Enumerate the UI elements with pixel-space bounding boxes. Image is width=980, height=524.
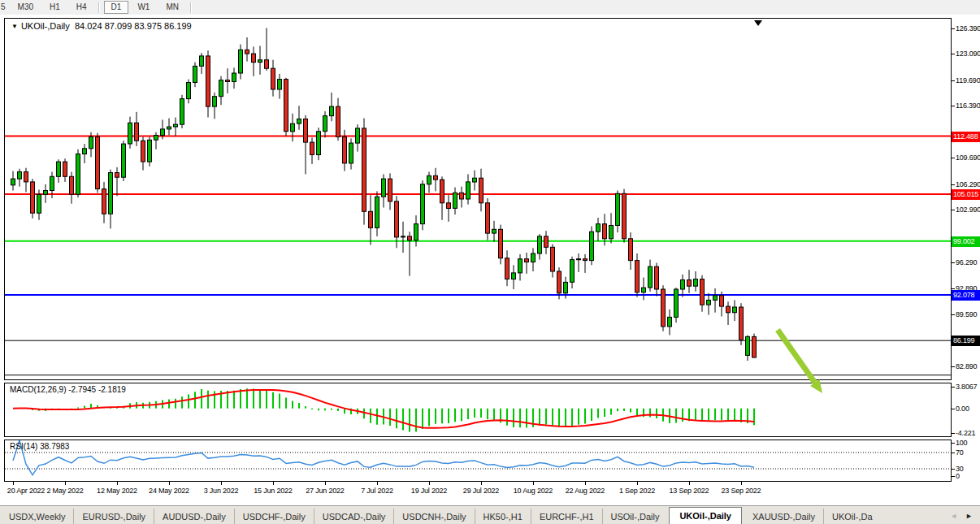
date-tick-mark <box>637 482 638 485</box>
price-level-badge: 112.488 <box>952 132 980 142</box>
price-level-badge: 92.078 <box>952 290 980 301</box>
axis-tick-mark <box>952 106 955 106</box>
rsi-label: RSI(14) 38.7983 <box>10 442 69 451</box>
date-tick-mark <box>689 482 690 485</box>
axis-tick-mark <box>952 476 955 477</box>
tab-usdchf-daily[interactable]: USDCHF-,Daily <box>234 509 314 524</box>
timeframe-button-mn[interactable]: MN <box>158 1 186 14</box>
candlestick-chart <box>5 19 951 379</box>
date-tick-label: 3 Jun 2022 <box>196 487 246 495</box>
tab-scroll-controls: ◄► <box>946 506 980 524</box>
axis-tick-mark <box>952 184 955 185</box>
date-tick-label: 15 Jun 2022 <box>248 487 298 495</box>
date-tick-label: 29 Jul 2022 <box>456 487 506 495</box>
axis-tick-mark <box>952 288 955 289</box>
tab-scroll-right-icon[interactable]: ► <box>961 512 977 520</box>
price-tick-label: 82.890 <box>956 362 977 371</box>
timeframe-button-5[interactable]: 5 <box>1 1 9 14</box>
date-tick-label: 23 Sep 2022 <box>716 487 766 495</box>
tab-ukoil-daily[interactable]: UKOil-,Daily <box>669 507 742 524</box>
price-tick-label: 100 <box>956 439 967 448</box>
tab-usdcad-daily[interactable]: USDCAD-,Daily <box>314 509 394 524</box>
tab-hk50-h1[interactable]: HK50-,H1 <box>475 509 531 524</box>
timeframe-button-h4[interactable]: H4 <box>69 1 94 14</box>
tab-usdx-weekly[interactable]: USDX,Weekly <box>0 509 73 524</box>
axis-tick-mark <box>952 158 955 158</box>
toolbar-separator <box>190 2 192 13</box>
date-axis: 20 Apr 20222 May 202212 May 202224 May 2… <box>4 482 952 503</box>
tab-audusd-daily[interactable]: AUDUSD-,Daily <box>154 509 234 524</box>
date-tick-mark <box>741 482 742 485</box>
date-tick-mark <box>533 482 534 485</box>
price-level-badge: 99.002 <box>952 236 980 247</box>
date-tick-mark <box>325 482 326 485</box>
axis-tick-mark <box>952 54 955 54</box>
price-tick-label: 119.690 <box>956 76 980 85</box>
tab-eurusd-daily[interactable]: EURUSD-,Daily <box>73 509 154 524</box>
rsi-plot <box>5 440 951 481</box>
price-tick-label: 0.00 <box>956 405 969 414</box>
price-tick-label: 0 <box>956 472 960 481</box>
price-tick-label: 96.290 <box>956 258 977 267</box>
axis-tick-mark <box>952 262 955 263</box>
price-tick-label: 106.290 <box>956 180 980 189</box>
date-tick-label: 2 May 2022 <box>40 487 90 495</box>
price-tick-label: 70 <box>956 448 964 457</box>
macd-plot <box>5 383 951 436</box>
price-axis: 126.390123.090119.690116.390109.690106.2… <box>952 15 980 505</box>
axis-tick-mark <box>952 469 955 470</box>
macd-label: MACD(12,26,9) -2.7945 -2.1819 <box>10 385 126 394</box>
price-tick-label: 116.390 <box>956 102 980 110</box>
axis-tick-mark <box>952 387 955 388</box>
date-tick-mark <box>585 482 586 485</box>
tab-xauusd-daily[interactable]: XAUUSD-,Daily <box>744 509 823 524</box>
date-tick-mark <box>169 482 170 485</box>
axis-tick-mark <box>952 314 955 315</box>
tab-usoil-daily[interactable]: USOil-,Daily <box>602 509 668 524</box>
axis-tick-mark <box>952 409 955 409</box>
price-tick-label: 123.090 <box>956 50 980 58</box>
date-tick-label: 27 Jun 2022 <box>300 487 350 495</box>
price-level-badge: 105.015 <box>952 189 980 200</box>
axis-tick-mark <box>952 366 955 367</box>
date-tick-mark <box>65 482 66 485</box>
date-tick-mark <box>221 482 222 485</box>
price-tick-label: 3.8067 <box>956 383 977 392</box>
date-tick-mark <box>429 482 430 485</box>
rsi-indicator-pane: RSI(14) 38.7983 <box>4 440 952 482</box>
date-tick-mark <box>117 482 118 485</box>
timeframe-button-m30[interactable]: M30 <box>11 1 41 14</box>
date-tick-label: 12 May 2022 <box>92 487 142 495</box>
date-tick-mark <box>481 482 482 485</box>
axis-tick-mark <box>952 453 955 453</box>
timeframe-toolbar: 5M30H1H4D1W1MN <box>0 0 980 15</box>
tab-scroll-left-icon[interactable]: ◄ <box>946 512 961 520</box>
date-tick-label: 24 May 2022 <box>144 487 194 495</box>
timeframe-button-d1[interactable]: D1 <box>104 1 129 14</box>
main-chart-pane[interactable]: ▼UKOil-,Daily 84.024 87.099 83.975 86.19… <box>4 18 952 380</box>
date-tick-label: 19 Jul 2022 <box>404 487 454 495</box>
symbol-tab-bar: USDX,WeeklyEURUSD-,DailyAUDUSD-,DailyUSD… <box>0 505 980 524</box>
chart-symbol-label: UKOil-,Daily <box>21 21 70 31</box>
axis-tick-mark <box>952 433 955 434</box>
date-tick-mark <box>13 482 14 485</box>
date-tick-label: 10 Aug 2022 <box>508 487 558 495</box>
timeframe-button-w1[interactable]: W1 <box>130 1 157 14</box>
axis-tick-mark <box>952 80 955 81</box>
macd-indicator-pane: MACD(12,26,9) -2.7945 -2.1819 <box>4 383 952 437</box>
date-tick-mark <box>377 482 378 485</box>
chart-title: ▼UKOil-,Daily 84.024 87.099 83.975 86.19… <box>11 21 192 31</box>
price-tick-label: 126.390 <box>956 24 980 33</box>
price-tick-label: 102.990 <box>956 206 980 214</box>
tab-usdcnh-daily[interactable]: USDCNH-,Daily <box>393 509 474 524</box>
trading-terminal-window: 5M30H1H4D1W1MN ▼UKOil-,Daily 84.024 87.0… <box>0 0 980 524</box>
tab-eurchf-h1[interactable]: EURCHF-,H1 <box>531 509 602 524</box>
tab-ukoil-da[interactable]: UKOil-,Da <box>823 509 881 524</box>
timeframe-button-h1[interactable]: H1 <box>42 1 67 14</box>
price-tick-label: 89.590 <box>956 310 977 319</box>
axis-tick-mark <box>952 443 955 444</box>
collapse-triangle-icon[interactable]: ▼ <box>11 23 18 30</box>
date-tick-mark <box>273 482 274 485</box>
chart-ohlc-values: 84.024 87.099 83.975 86.199 <box>75 21 192 31</box>
axis-tick-mark <box>952 210 955 210</box>
